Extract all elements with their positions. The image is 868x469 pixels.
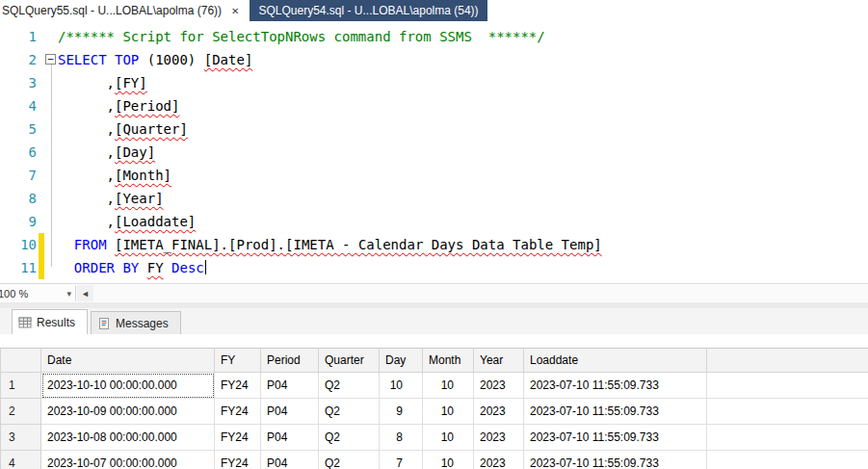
grid-cell[interactable]: 10 (423, 425, 474, 451)
column-header[interactable]: Quarter (319, 349, 380, 373)
line-number: 5 (0, 117, 39, 141)
grid-cell[interactable]: 2023 (474, 451, 524, 469)
line-number: 11 (0, 256, 39, 279)
grid-cell[interactable]: Q2 (319, 451, 380, 469)
grid-header-row: DateFYPeriodQuarterDayMonthYearLoaddate (1, 349, 868, 373)
sql-text: [Day] (115, 144, 155, 160)
sql-text (107, 237, 115, 252)
column-header[interactable]: Date (41, 349, 215, 373)
code-line[interactable]: 9 ,[Loaddate] (0, 210, 868, 233)
grid-cell[interactable]: 8 (380, 425, 423, 451)
grid-cell[interactable]: 2023-10-08 00:00:00.000 (41, 425, 215, 451)
grid-cell[interactable]: 10 (423, 399, 474, 425)
code-line[interactable]: 11 ORDER BY FY Desc (0, 256, 868, 279)
line-number: 9 (0, 210, 39, 233)
sql-text: , (58, 98, 115, 114)
grid-cell[interactable]: FY24 (215, 425, 261, 451)
code-text: ORDER BY FY Desc (58, 256, 206, 279)
row-number-cell[interactable]: 1 (1, 373, 41, 399)
grid-cell[interactable]: FY24 (215, 373, 261, 399)
grid-cell[interactable]: 2023 (474, 373, 524, 399)
grid-cell[interactable]: P04 (261, 451, 319, 469)
code-text: ,[Period] (58, 94, 179, 117)
code-line[interactable]: 2−SELECT TOP (1000) [Date] (0, 48, 868, 71)
scrollbar-left-arrow-icon[interactable]: ◄ (77, 285, 93, 301)
column-header[interactable]: Year (474, 349, 524, 373)
sql-text: [Quarter] (115, 121, 188, 137)
row-number-cell[interactable]: 2 (1, 399, 41, 425)
column-header[interactable]: FY (215, 349, 261, 373)
sql-text: , (58, 75, 115, 91)
sql-text: [FY] (115, 75, 147, 91)
grid-header-filler (707, 349, 868, 373)
sql-comment: /****** Script for SelectTopNRows comman… (58, 29, 545, 44)
document-tab-sqlquery55[interactable]: SQLQuery55.sql - U...LOBAL\apolma (76)) … (0, 0, 250, 21)
line-number: 10 (0, 233, 39, 256)
grid-cell[interactable]: Q2 (319, 425, 380, 451)
line-number: 3 (0, 71, 39, 94)
column-header[interactable]: Period (261, 349, 319, 373)
horizontal-scrollbar[interactable] (93, 285, 868, 301)
ssms-window: SQLQuery55.sql - U...LOBAL\apolma (76)) … (0, 0, 868, 469)
grid-cell[interactable]: 2023 (474, 399, 524, 425)
grid-cell[interactable]: 10 (423, 373, 474, 399)
grid-cell[interactable]: P04 (261, 399, 319, 425)
code-line[interactable]: 1/****** Script for SelectTopNRows comma… (0, 25, 868, 48)
line-number: 7 (0, 164, 39, 187)
code-line[interactable]: 4 ,[Period] (0, 94, 868, 117)
grid-cell[interactable]: Q2 (319, 399, 380, 425)
document-tab-sqlquery54[interactable]: SQLQuery54.sql - U...LOBAL\apolma (54)) (250, 0, 487, 21)
grid-cell[interactable]: FY24 (215, 399, 261, 425)
grid-cell-filler (707, 451, 868, 469)
grid-cell[interactable]: 10 (380, 373, 423, 399)
line-number: 8 (0, 187, 39, 210)
document-tab-bar: SQLQuery55.sql - U...LOBAL\apolma (76)) … (0, 0, 868, 21)
sql-text (164, 260, 171, 275)
tab-results[interactable]: Results (12, 309, 88, 334)
code-text: ,[Day] (58, 141, 155, 164)
code-line[interactable]: 3 ,[FY] (0, 71, 868, 94)
grid-cell[interactable]: FY24 (215, 451, 261, 469)
table-row: 42023-10-07 00:00:00.000FY24P04Q27102023… (1, 451, 868, 469)
code-line[interactable]: 6 ,[Day] (0, 141, 868, 164)
grid-cell[interactable]: 9 (380, 399, 423, 425)
grid-cell[interactable]: 10 (423, 451, 474, 469)
grid-cell[interactable]: P04 (261, 425, 319, 451)
grid-cell[interactable]: 2023 (474, 425, 524, 451)
grid-cell[interactable]: 2023-07-10 11:55:09.733 (524, 425, 707, 451)
grid-cell[interactable]: 2023-07-10 11:55:09.733 (524, 373, 707, 399)
close-tab-icon[interactable]: ✕ (229, 6, 241, 16)
code-line[interactable]: 7 ,[Month] (0, 164, 868, 187)
sql-text: [Loaddate] (115, 214, 196, 229)
code-line[interactable]: 8 ,[Year] (0, 187, 868, 210)
column-header[interactable]: Loaddate (524, 349, 707, 373)
grid-cell[interactable]: 2023-07-10 11:55:09.733 (524, 451, 707, 469)
tab-label: Results (37, 316, 75, 329)
code-line[interactable]: 10 FROM [IMETA_FINAL].[Prod].[IMETA - Ca… (0, 233, 868, 256)
column-header[interactable]: Month (423, 349, 474, 373)
grid-cell[interactable]: 7 (380, 451, 423, 469)
grid-corner-cell[interactable] (1, 349, 41, 373)
zoom-control[interactable]: 100 % ▾ (0, 288, 75, 300)
row-number-cell[interactable]: 3 (1, 425, 41, 451)
sql-text (58, 260, 74, 275)
grid-cell-filler (707, 399, 868, 425)
column-header[interactable]: Day (380, 349, 423, 373)
code-line[interactable]: 5 ,[Quarter] (0, 117, 868, 141)
sql-editor[interactable]: 1/****** Script for SelectTopNRows comma… (0, 21, 868, 283)
grid-cell[interactable]: 2023-07-10 11:55:09.733 (524, 399, 707, 425)
grid-cell[interactable]: P04 (261, 373, 319, 399)
collapse-toggle-icon[interactable]: − (45, 54, 56, 65)
grid-cell[interactable]: 2023-10-07 00:00:00.000 (41, 451, 215, 469)
line-number: 6 (0, 141, 39, 164)
row-number-cell[interactable]: 4 (1, 451, 41, 469)
tab-label: Messages (116, 317, 169, 330)
document-tab-label: SQLQuery54.sql - U...LOBAL\apolma (54)) (258, 4, 478, 17)
grid-cell[interactable]: 2023-10-10 00:00:00.000 (41, 373, 215, 399)
tab-messages[interactable]: Messages (91, 311, 181, 334)
grid-cell[interactable]: 2023-10-09 00:00:00.000 (41, 399, 215, 425)
text-cursor (205, 260, 207, 274)
code-text: ,[Month] (58, 164, 171, 187)
line-number: 4 (0, 94, 39, 117)
grid-cell[interactable]: Q2 (319, 373, 380, 399)
